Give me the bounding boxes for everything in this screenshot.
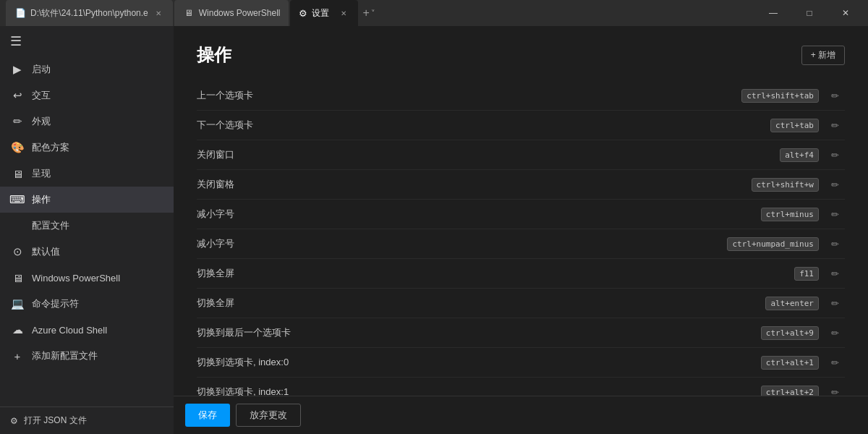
keybind-badge: alt+enter (765, 297, 819, 310)
python-tab-icon: 📄 (14, 7, 26, 19)
sidebar-item-defaults-label: 默认值 (32, 245, 60, 258)
settings-tab-icon: ⚙ (299, 8, 307, 19)
python-tab-close[interactable]: ✕ (153, 7, 164, 19)
sidebar-item-cmd-label: 命令提示符 (32, 297, 79, 310)
sidebar-item-azure[interactable]: ☁ Azure Cloud Shell (0, 317, 174, 343)
settings-tab-close[interactable]: ✕ (338, 7, 349, 19)
action-keybind: ctrl+tab (770, 119, 819, 132)
action-name: 切换到最后一个选项卡 (197, 326, 761, 339)
tab-list: 📄 D:\软件\24.11\Python\python.e ✕ 🖥 Window… (6, 0, 754, 26)
actions-icon: ⌨ (10, 192, 25, 207)
powershell-tab-icon: 🖥 (183, 7, 195, 19)
close-button[interactable]: ✕ (829, 0, 862, 26)
edit-action-button[interactable]: ✏ (825, 85, 845, 106)
defaults-icon: ⊙ (10, 244, 25, 259)
tab-settings[interactable]: ⚙ 设置 ✕ (290, 0, 358, 26)
actions-table: 上一个选项卡ctrl+shift+tab✏下一个选项卡ctrl+tab✏关闭窗口… (197, 81, 845, 434)
settings-tab-label: 设置 (312, 7, 329, 20)
action-keybind: ctrl+shift+tab (741, 89, 819, 103)
action-keybind: ctrl+minus (761, 208, 819, 221)
sidebar-item-appearance[interactable]: ✏ 外观 (0, 109, 174, 135)
edit-action-button[interactable]: ✏ (825, 293, 845, 313)
tab-powershell[interactable]: 🖥 Windows PowerShell (174, 0, 289, 26)
keybind-badge: ctrl+minus (761, 208, 819, 221)
main-layout: ☰ ▶ 启动 ↩ 交互 ✏ 外观 🎨 配色方案 🖥 呈现 ⌨ 操作 配置文件 (0, 26, 868, 434)
new-tab-icon: + (362, 7, 369, 20)
python-tab-label: D:\软件\24.11\Python\python.e (30, 7, 148, 20)
new-tab-button[interactable]: + ˅ (359, 7, 378, 20)
action-row: 减小字号ctrl+minus✏ (197, 200, 845, 229)
appearance-icon: ✏ (10, 114, 25, 129)
keybind-badge: ctrl+alt+9 (761, 326, 819, 340)
sidebar-item-appearance-label: 外观 (32, 115, 51, 128)
json-icon: ⚙ (10, 416, 18, 426)
action-row: 切换全屏f11✏ (197, 259, 845, 289)
edit-action-button[interactable]: ✏ (825, 115, 845, 135)
sidebar: ☰ ▶ 启动 ↩ 交互 ✏ 外观 🎨 配色方案 🖥 呈现 ⌨ 操作 配置文件 (0, 26, 174, 434)
minimize-button[interactable]: — (757, 0, 790, 26)
edit-action-button[interactable]: ✏ (825, 145, 845, 165)
action-name: 切换到选项卡, index:0 (197, 356, 761, 369)
action-row: 下一个选项卡ctrl+tab✏ (197, 111, 845, 140)
action-name: 上一个选项卡 (197, 89, 741, 102)
maximize-button[interactable]: □ (793, 0, 826, 26)
json-label: 打开 JSON 文件 (24, 414, 87, 427)
edit-action-button[interactable]: ✏ (825, 204, 845, 224)
edit-action-button[interactable]: ✏ (825, 263, 845, 284)
azure-icon: ☁ (10, 323, 25, 337)
sidebar-item-startup[interactable]: ▶ 启动 (0, 56, 174, 82)
sidebar-item-actions-label: 操作 (32, 193, 51, 206)
action-row: 关闭窗格ctrl+shift+w✏ (197, 170, 845, 200)
sidebar-item-profiles[interactable]: 配置文件 (0, 213, 174, 239)
sidebar-item-cmd[interactable]: 💻 命令提示符 (0, 291, 174, 317)
action-keybind: ctrl+alt+9 (761, 326, 819, 340)
color-scheme-icon: 🎨 (10, 140, 25, 155)
action-keybind: ctrl+alt+1 (761, 356, 819, 370)
edit-action-button[interactable]: ✏ (825, 234, 845, 254)
powershell-tab-label: Windows PowerShell (199, 8, 281, 18)
action-keybind: alt+f4 (780, 148, 819, 162)
keybind-badge: f11 (794, 267, 819, 281)
action-keybind: ctrl+shift+w (752, 178, 819, 192)
action-name: 关闭窗格 (197, 178, 752, 191)
edit-action-button[interactable]: ✏ (825, 352, 845, 373)
settings-footer: 保存 放弃更改 (174, 396, 868, 434)
action-row: 减小字号ctrl+numpad_minus✏ (197, 229, 845, 259)
sidebar-item-interaction[interactable]: ↩ 交互 (0, 82, 174, 109)
action-name: 切换全屏 (197, 297, 765, 310)
sidebar-item-rendering[interactable]: 🖥 呈现 (0, 161, 174, 187)
sidebar-item-azure-label: Azure Cloud Shell (32, 325, 107, 336)
tab-python[interactable]: 📄 D:\软件\24.11\Python\python.e ✕ (6, 0, 173, 26)
keybind-badge: ctrl+shift+tab (741, 89, 819, 103)
add-action-button[interactable]: + 新增 (801, 46, 845, 65)
action-row: 关闭窗口alt+f4✏ (197, 140, 845, 170)
action-row: 上一个选项卡ctrl+shift+tab✏ (197, 81, 845, 111)
save-button[interactable]: 保存 (185, 404, 230, 427)
powershell-sidebar-icon: 🖥 (10, 271, 25, 285)
keybind-badge: ctrl+numpad_minus (727, 237, 819, 251)
action-keybind: ctrl+numpad_minus (727, 237, 819, 251)
profiles-icon (10, 218, 25, 233)
action-row: 切换全屏alt+enter✏ (197, 289, 845, 318)
sidebar-item-add-profile[interactable]: + 添加新配置文件 (0, 343, 174, 369)
action-keybind: alt+enter (765, 297, 819, 310)
hamburger-menu-icon[interactable]: ☰ (0, 26, 174, 56)
action-keybind: f11 (794, 267, 819, 281)
interaction-icon: ↩ (10, 88, 25, 103)
sidebar-item-powershell[interactable]: 🖥 Windows PowerShell (0, 265, 174, 291)
open-json-button[interactable]: ⚙ 打开 JSON 文件 (0, 407, 174, 434)
sidebar-item-profiles-label: 配置文件 (32, 219, 69, 232)
edit-action-button[interactable]: ✏ (825, 323, 845, 343)
keybind-badge: ctrl+alt+1 (761, 356, 819, 370)
action-name: 关闭窗口 (197, 148, 780, 161)
sidebar-item-color-scheme[interactable]: 🎨 配色方案 (0, 135, 174, 161)
sidebar-item-powershell-label: Windows PowerShell (32, 273, 120, 284)
action-name: 切换全屏 (197, 267, 794, 280)
startup-icon: ▶ (10, 62, 25, 77)
sidebar-item-actions[interactable]: ⌨ 操作 (0, 187, 174, 213)
cmd-icon: 💻 (10, 297, 25, 311)
edit-action-button[interactable]: ✏ (825, 174, 845, 195)
discard-button[interactable]: 放弃更改 (236, 404, 301, 427)
sidebar-item-defaults[interactable]: ⊙ 默认值 (0, 239, 174, 265)
content-header: 操作 + 新增 (197, 43, 845, 67)
